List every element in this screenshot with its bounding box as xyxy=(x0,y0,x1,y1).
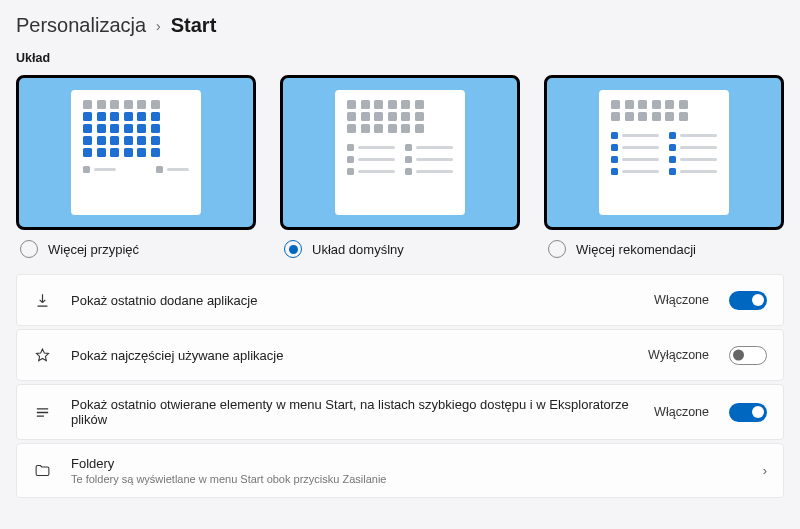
chevron-right-icon: › xyxy=(156,18,161,34)
setting-state: Wyłączone xyxy=(648,348,709,362)
setting-label: Pokaż najczęściej używane aplikacje xyxy=(71,348,628,363)
folder-icon xyxy=(33,462,51,480)
layout-options: Więcej przypięć xyxy=(16,75,784,262)
layout-label: Więcej rekomendacji xyxy=(576,242,696,257)
setting-label: Pokaż ostatnio dodane aplikacje xyxy=(71,293,634,308)
star-icon xyxy=(33,346,51,364)
page-title: Start xyxy=(171,14,217,37)
setting-title: Foldery xyxy=(71,456,743,471)
setting-state: Włączone xyxy=(654,293,709,307)
layout-radio-more-recs[interactable]: Więcej rekomendacji xyxy=(544,238,784,262)
radio-icon xyxy=(20,240,38,258)
setting-subtitle: Te foldery są wyświetlane w menu Start o… xyxy=(71,473,743,485)
layout-thumb-default[interactable] xyxy=(280,75,520,230)
setting-recent-apps: Pokaż ostatnio dodane aplikacje Włączone xyxy=(16,274,784,326)
toggle-recent-items[interactable] xyxy=(729,403,767,422)
layout-radio-default[interactable]: Układ domyślny xyxy=(280,238,520,262)
radio-icon-selected xyxy=(284,240,302,258)
section-label-layout: Układ xyxy=(16,51,784,65)
setting-folders[interactable]: Foldery Te foldery są wyświetlane w menu… xyxy=(16,443,784,498)
setting-recent-items: Pokaż ostatnio otwierane elementy w menu… xyxy=(16,384,784,440)
setting-label: Pokaż ostatnio otwierane elementy w menu… xyxy=(71,397,634,427)
breadcrumb-parent[interactable]: Personalizacja xyxy=(16,14,146,37)
list-icon xyxy=(33,403,51,421)
breadcrumb: Personalizacja › Start xyxy=(16,14,784,37)
setting-most-used: Pokaż najczęściej używane aplikacje Wyłą… xyxy=(16,329,784,381)
layout-thumb-more-recs[interactable] xyxy=(544,75,784,230)
settings-list: Pokaż ostatnio dodane aplikacje Włączone… xyxy=(16,274,784,498)
layout-radio-more-pins[interactable]: Więcej przypięć xyxy=(16,238,256,262)
layout-label: Więcej przypięć xyxy=(48,242,139,257)
setting-label-with-sub: Foldery Te foldery są wyświetlane w menu… xyxy=(71,456,743,485)
setting-state: Włączone xyxy=(654,405,709,419)
toggle-most-used[interactable] xyxy=(729,346,767,365)
toggle-recent-apps[interactable] xyxy=(729,291,767,310)
layout-label: Układ domyślny xyxy=(312,242,404,257)
layout-thumb-more-pins[interactable] xyxy=(16,75,256,230)
radio-icon xyxy=(548,240,566,258)
download-icon xyxy=(33,291,51,309)
chevron-right-icon: › xyxy=(763,463,767,478)
